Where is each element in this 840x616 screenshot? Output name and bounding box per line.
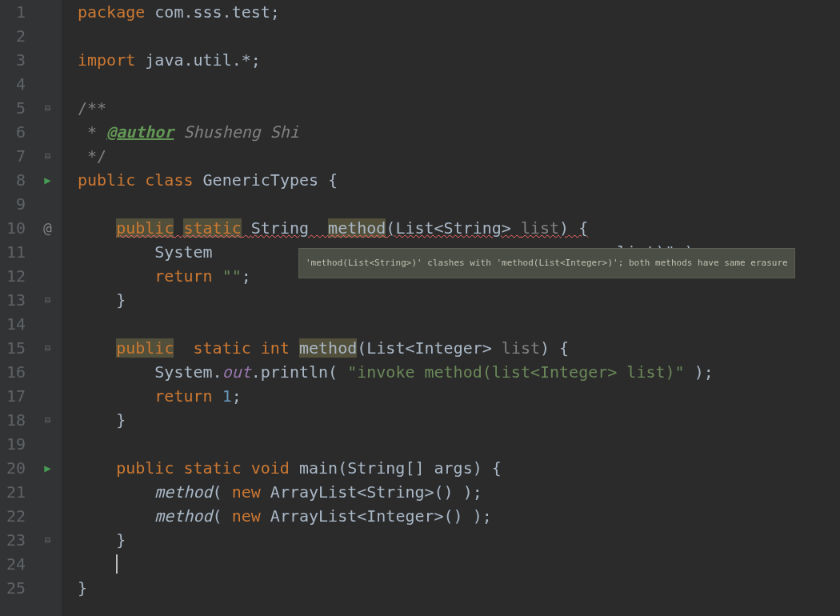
code-line: method( new ArrayList<String>() );: [78, 480, 840, 504]
line-number: 13: [0, 288, 26, 312]
line-number: 10: [0, 216, 26, 240]
code-line: [78, 312, 840, 336]
code-line: }: [78, 288, 840, 312]
code-line: public static int method(List<Integer> l…: [78, 336, 840, 360]
fold-icon[interactable]: ⊟: [45, 336, 50, 360]
fold-icon[interactable]: ⊟: [45, 144, 50, 168]
line-number: 14: [0, 312, 26, 336]
line-number: 5: [0, 96, 26, 120]
code-line: [78, 24, 840, 48]
code-line: }: [78, 576, 840, 600]
line-number: 18: [0, 408, 26, 432]
code-line: }: [78, 528, 840, 552]
code-line: * @author Shusheng Shi: [78, 120, 840, 144]
line-number: 6: [0, 120, 26, 144]
fold-icon[interactable]: ⊟: [45, 408, 50, 432]
code-line: /**: [78, 96, 840, 120]
code-line: [78, 552, 840, 576]
code-line: [78, 432, 840, 456]
run-icon[interactable]: ▶: [44, 456, 50, 480]
code-line: public static String method(List<String>…: [78, 216, 840, 240]
line-number: 19: [0, 432, 26, 456]
line-number: 12: [0, 264, 26, 288]
code-line: public class GenericTypes {: [78, 168, 840, 192]
code-line: import java.util.*;: [78, 48, 840, 72]
line-number: 8: [0, 168, 26, 192]
line-number: 1: [0, 0, 26, 24]
code-line: method( new ArrayList<Integer>() );: [78, 504, 840, 528]
line-number: 25: [0, 576, 26, 600]
error-tooltip: 'method(List<String>)' clashes with 'met…: [298, 248, 795, 278]
line-number: 3: [0, 48, 26, 72]
code-line: }: [78, 408, 840, 432]
icon-gutter: ⊟ ⊟ ▶ @ ⊟ ⊟ ⊟ ▶ ⊟: [34, 0, 62, 616]
code-editor[interactable]: 1 2 3 4 5 6 7 8 9 10 11 12 13 14 15 16 1…: [0, 0, 840, 616]
fold-icon[interactable]: ⊟: [45, 288, 50, 312]
code-line: */: [78, 144, 840, 168]
line-number: 23: [0, 528, 26, 552]
fold-icon[interactable]: ⊟: [45, 528, 50, 552]
code-line: [78, 192, 840, 216]
run-icon[interactable]: ▶: [44, 168, 50, 192]
code-line: return 1;: [78, 384, 840, 408]
line-number: 20: [0, 456, 26, 480]
line-number: 9: [0, 192, 26, 216]
line-number-gutter: 1 2 3 4 5 6 7 8 9 10 11 12 13 14 15 16 1…: [0, 0, 34, 616]
line-number: 11: [0, 240, 26, 264]
line-number: 16: [0, 360, 26, 384]
line-number: 22: [0, 504, 26, 528]
fold-icon[interactable]: ⊟: [45, 96, 50, 120]
code-line: public static void main(String[] args) {: [78, 456, 840, 480]
line-number: 2: [0, 24, 26, 48]
line-number: 24: [0, 552, 26, 576]
text-cursor: [116, 554, 118, 574]
line-number: 7: [0, 144, 26, 168]
line-number: 17: [0, 384, 26, 408]
override-icon[interactable]: @: [43, 216, 52, 240]
line-number: 21: [0, 480, 26, 504]
line-number: 4: [0, 72, 26, 96]
code-line: [78, 72, 840, 96]
code-content[interactable]: package com.sss.test; import java.util.*…: [62, 0, 840, 616]
code-line: package com.sss.test;: [78, 0, 840, 24]
code-line: System.out.println( "invoke method(list<…: [78, 360, 840, 384]
line-number: 15: [0, 336, 26, 360]
